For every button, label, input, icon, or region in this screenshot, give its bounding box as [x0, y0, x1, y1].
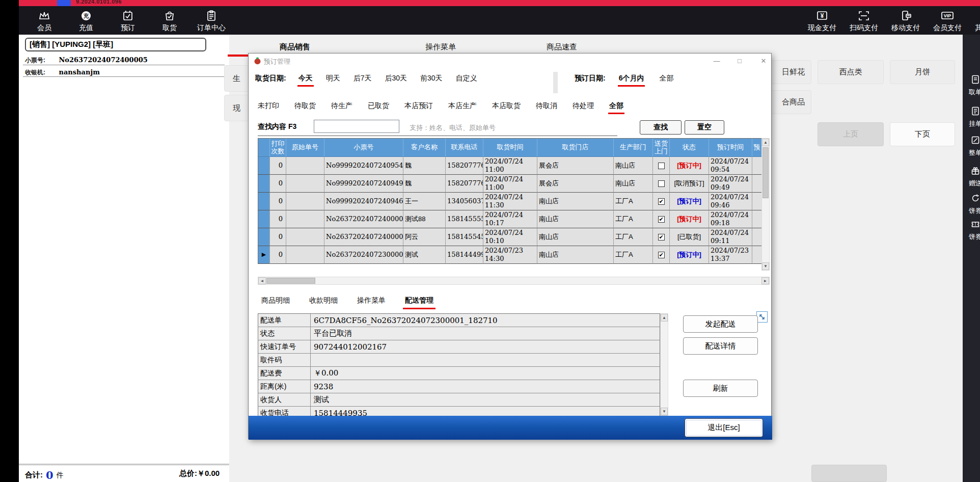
expand-panel-button[interactable] [756, 311, 768, 323]
toolbar-item-member[interactable]: 会员 [30, 9, 59, 33]
delivery-detail-button[interactable]: 配送详情 [683, 337, 758, 355]
rail-item-gift[interactable]: 赠送 [963, 166, 980, 188]
row-selector[interactable]: ▶ [258, 246, 270, 264]
category-button-mooncake[interactable]: 月饼 [890, 60, 955, 84]
row-selector[interactable] [258, 210, 270, 228]
tab-product-search[interactable]: 商品速查 [547, 42, 577, 52]
column-header-phone[interactable]: 联系电话 [446, 139, 483, 157]
delivery-checkbox[interactable]: ✔ [658, 198, 665, 205]
row-selector[interactable] [258, 157, 270, 175]
search-input[interactable] [314, 120, 399, 133]
maximize-button[interactable]: □ [732, 56, 747, 66]
category-button-pastry[interactable]: 西点类 [818, 60, 884, 84]
rail-item-whole-order[interactable]: 整单 [963, 135, 980, 157]
pickup-option-明天[interactable]: 明天 [326, 74, 340, 83]
status-option-待取货[interactable]: 待取货 [294, 101, 316, 111]
toolbar-item-cash-pay[interactable]: ¥现金支付 [808, 9, 836, 33]
pickup-option-今天[interactable]: 今天 [298, 74, 313, 83]
detail-tab-商品明细[interactable]: 商品明细 [261, 296, 290, 305]
column-header-extra[interactable]: 预 [752, 139, 762, 157]
find-button[interactable]: 查找 [640, 120, 682, 135]
column-header-reserve_time[interactable]: 预订时间 [709, 139, 752, 157]
column-header-customer[interactable]: 客户名称 [403, 139, 446, 157]
scroll-right-icon[interactable]: ► [761, 277, 769, 284]
close-button[interactable]: ✕ [756, 56, 771, 66]
scroll-left-icon[interactable]: ◄ [258, 277, 266, 284]
row-selector[interactable] [258, 175, 270, 193]
vscroll-thumb[interactable] [763, 147, 769, 198]
hscroll-thumb[interactable] [266, 278, 315, 284]
column-header-dept[interactable]: 生产部门 [614, 139, 653, 157]
delivery-checkbox[interactable]: ✔ [658, 234, 665, 240]
toolbar-item-other-pay[interactable]: ¥其他支付 [975, 9, 980, 33]
rail-item-take-order[interactable]: 取单 [963, 74, 980, 97]
pickup-option-自定义[interactable]: 自定义 [456, 74, 477, 83]
column-header-pickup_time[interactable]: 取货时间 [483, 139, 537, 157]
toolbar-item-mobile-pay[interactable]: 移动支付 [891, 9, 920, 33]
delivery-checkbox[interactable]: ✔ [658, 252, 665, 258]
column-header-store[interactable]: 取货门店 [537, 139, 614, 157]
clear-button[interactable]: 置空 [685, 120, 724, 135]
rail-item-hold-order[interactable]: 挂单 [963, 106, 980, 128]
table-vscrollbar[interactable]: ▲ ▼ [761, 138, 770, 271]
status-option-本店生产[interactable]: 本店生产 [448, 101, 477, 111]
toolbar-item-pickup[interactable]: 取货 [155, 9, 184, 33]
toolbar-item-vip-pay[interactable]: VIP会员支付 [933, 9, 962, 33]
status-option-待生产[interactable]: 待生产 [331, 101, 352, 111]
table-row[interactable]: 0No99992024072409543魏158207776402024/07/… [258, 157, 761, 175]
column-header-selector[interactable] [258, 139, 270, 157]
prev-page-button[interactable]: 上页 [818, 122, 884, 146]
status-option-已取货[interactable]: 已取货 [368, 101, 389, 111]
status-option-待取消[interactable]: 待取消 [536, 101, 557, 111]
delivery-cell: ✔ [653, 193, 670, 210]
column-header-receipt_no[interactable]: 小票号 [324, 139, 403, 157]
status-option-待处理[interactable]: 待处理 [573, 101, 594, 111]
pickup-option-后30天[interactable]: 后30天 [385, 74, 407, 83]
status-option-全部[interactable]: 全部 [609, 101, 623, 111]
row-selector[interactable] [258, 193, 270, 210]
table-row[interactable]: 0No26372024072400003测试88158145555452024/… [258, 210, 761, 228]
delivery-checkbox[interactable]: ✔ [658, 216, 665, 223]
rail-item-cake-coupon-1[interactable]: 饼券 [963, 193, 980, 216]
exit-button[interactable]: 退出[Esc] [685, 418, 763, 437]
scroll-up-icon[interactable]: ▲ [762, 139, 769, 146]
rail-item-cake-coupon-2[interactable]: 饼券 [963, 219, 980, 242]
next-page-button[interactable]: 下页 [890, 122, 955, 146]
toolbar-item-scan-pay[interactable]: 扫码支付 [850, 9, 878, 33]
table-row[interactable]: 0No99992024072409495魏158207776402024/07/… [258, 175, 761, 193]
toolbar-item-recharge[interactable]: 充充值 [72, 9, 100, 33]
reserve-option-全部[interactable]: 全部 [659, 74, 673, 83]
table-row[interactable]: 0No26372024072400001阿云158145545452024/07… [258, 228, 761, 246]
bottom-gray-button[interactable] [811, 465, 887, 482]
detail-scroll-down-icon[interactable]: ▼ [661, 408, 668, 415]
start-delivery-button[interactable]: 发起配送 [683, 315, 758, 333]
toolbar-item-order-center[interactable]: 订单中心 [197, 9, 226, 33]
scroll-down-icon[interactable]: ▼ [762, 262, 769, 270]
delivery-checkbox[interactable] [658, 180, 665, 187]
pickup-option-后7天[interactable]: 后7天 [353, 74, 372, 83]
detail-vscrollbar[interactable]: ▲ ▼ [660, 313, 668, 416]
pickup-option-前30天[interactable]: 前30天 [420, 74, 443, 83]
status-option-本店取货[interactable]: 本店取货 [492, 101, 521, 111]
status-option-本店预订[interactable]: 本店预订 [404, 101, 433, 111]
status-option-未打印[interactable]: 未打印 [258, 101, 279, 111]
minimize-button[interactable]: — [710, 56, 724, 66]
row-selector[interactable] [258, 228, 270, 246]
tab-operation-menu[interactable]: 操作菜单 [425, 42, 456, 52]
delivery-checkbox[interactable] [658, 163, 665, 169]
column-header-status[interactable]: 状态 [670, 139, 709, 157]
table-row[interactable]: ▶0No26372024072300001测试158144499352024/0… [258, 246, 761, 264]
column-header-delivery[interactable]: 送货 上门 [653, 139, 670, 157]
column-header-original_no[interactable]: 原始单号 [286, 139, 324, 157]
column-header-print_count[interactable]: 打印 次数 [270, 139, 286, 157]
detail-tab-配送管理[interactable]: 配送管理 [405, 296, 433, 305]
table-hscrollbar[interactable]: ◄ ► [258, 277, 770, 285]
table-row[interactable]: 0No99992024072409460王一134056037462024/07… [258, 193, 761, 210]
refresh-button[interactable]: 刷新 [683, 380, 758, 397]
detail-scroll-up-icon[interactable]: ▲ [661, 314, 668, 322]
detail-tab-收款明细[interactable]: 收款明细 [309, 296, 338, 305]
detail-tab-操作菜单[interactable]: 操作菜单 [357, 296, 386, 305]
reserve-option-6个月内[interactable]: 6个月内 [619, 74, 644, 83]
tab-product-sale[interactable]: 商品销售 [280, 42, 310, 52]
toolbar-item-reserve[interactable]: 预订 [114, 9, 142, 33]
